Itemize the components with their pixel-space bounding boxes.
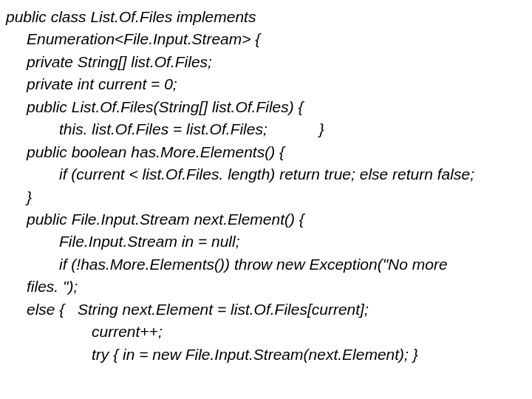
code-line: } (27, 186, 526, 208)
code-line: else { String next.Element = list.Of.Fil… (27, 299, 526, 321)
code-line: public boolean has.More.Elements() { (27, 141, 526, 163)
code-line: File.Input.Stream in = null; (59, 231, 526, 253)
code-line: private int current = 0; (27, 73, 526, 95)
code-line: public class List.Of.Files implements (6, 6, 526, 28)
code-line: public File.Input.Stream next.Element() … (27, 208, 526, 231)
code-slide: public class List.Of.Files implements En… (0, 0, 532, 366)
code-line: private String[] list.Of.Files; (27, 51, 526, 73)
code-line: this. list.Of.Files = list.Of.Files; } (59, 118, 526, 140)
code-line: try { in = new File.Input.Stream(next.El… (92, 344, 526, 366)
code-line: public List.Of.Files(String[] list.Of.Fi… (27, 96, 526, 118)
code-line: if (current < list.Of.Files. length) ret… (59, 163, 526, 185)
code-line: Enumeration<File.Input.Stream> { (27, 28, 526, 50)
code-line: files. "); (27, 276, 526, 298)
code-line: if (!has.More.Elements()) throw new Exce… (59, 253, 526, 276)
code-line: current++; (92, 321, 526, 343)
